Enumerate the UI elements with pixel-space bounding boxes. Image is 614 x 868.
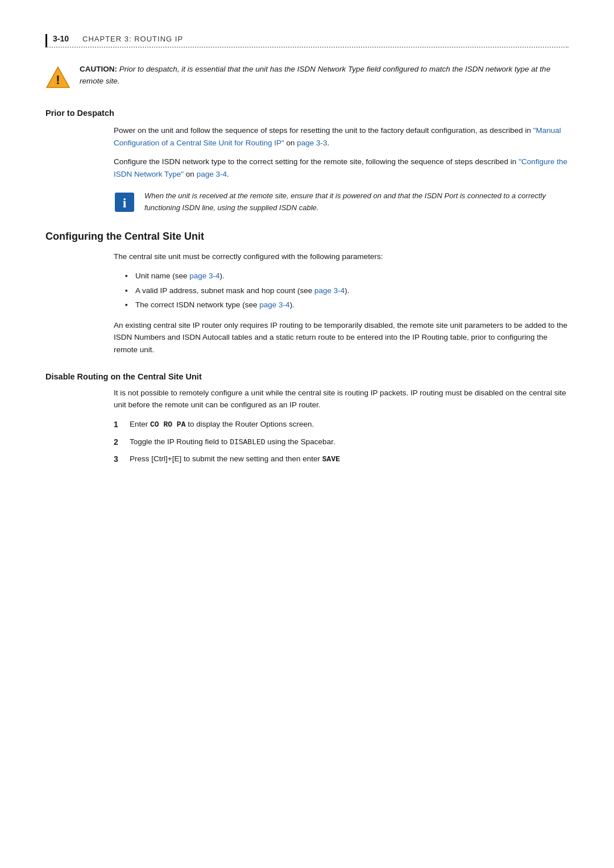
step-3: Press [Ctrl]+[E] to submit the new setti… xyxy=(114,453,569,466)
prior-para-1: Power on the unit and follow the sequenc… xyxy=(114,124,569,149)
svg-text:i: i xyxy=(123,195,127,210)
caution-body: Prior to despatch, it is essential that … xyxy=(80,65,550,85)
note-icon: i xyxy=(114,191,135,215)
caution-label: CAUTION: xyxy=(80,65,117,73)
configuring-bullets: Unit name (see page 3-4). A valid IP add… xyxy=(125,270,569,311)
bullet-2-link[interactable]: page 3-4 xyxy=(314,286,345,295)
disable-routing-steps: Enter CO RO PA to display the Router Opt… xyxy=(114,418,569,466)
caution-box: ! CAUTION: Prior to despatch, it is esse… xyxy=(45,64,569,91)
configuring-para: An existing central site IP router only … xyxy=(114,319,569,356)
step-3-code: SAVE xyxy=(322,455,340,464)
svg-text:!: ! xyxy=(56,73,60,87)
bullet-item-3: The correct ISDN network type (see page … xyxy=(125,299,569,311)
step-2-code: DISABLED xyxy=(230,438,265,446)
chapter-title: Chapter 3: Routing IP xyxy=(82,35,183,43)
page-3-3-link[interactable]: page 3-3 xyxy=(297,139,327,147)
bullet-3-link[interactable]: page 3-4 xyxy=(259,301,289,309)
note-box: i When the unit is received at the remot… xyxy=(114,190,569,215)
bullet-item-2: A valid IP address, subnet mask and hop … xyxy=(125,285,569,297)
bullet-item-1: Unit name (see page 3-4). xyxy=(125,270,569,282)
bullet-1-link[interactable]: page 3-4 xyxy=(189,272,219,280)
caution-icon: ! xyxy=(45,65,70,91)
prior-to-despatch-heading: Prior to Despatch xyxy=(45,108,569,118)
disable-routing-heading: Disable Routing on the Central Site Unit xyxy=(45,372,569,381)
step-1-code: CO RO PA xyxy=(150,420,185,429)
configuring-central-heading: Configuring the Central Site Unit xyxy=(45,231,569,243)
page: 3-10 Chapter 3: Routing IP ! CAUTION: Pr… xyxy=(0,0,614,868)
step-1: Enter CO RO PA to display the Router Opt… xyxy=(114,418,569,431)
configuring-intro: The central site unit must be correctly … xyxy=(114,251,569,263)
disable-routing-intro: It is not possible to remotely configure… xyxy=(114,387,569,411)
page-number: 3-10 xyxy=(53,34,69,43)
caution-text: CAUTION: Prior to despatch, it is essent… xyxy=(80,64,569,87)
note-text: When the unit is received at the remote … xyxy=(144,190,569,213)
step-2: Toggle the IP Routing field to DISABLED … xyxy=(114,436,569,449)
page-header: 3-10 Chapter 3: Routing IP xyxy=(45,34,569,48)
prior-para-2: Configure the ISDN network type to the c… xyxy=(114,156,569,180)
disable-routing-section: Disable Routing on the Central Site Unit… xyxy=(45,372,569,466)
page-3-4-link[interactable]: page 3-4 xyxy=(197,170,227,178)
prior-to-despatch-section: Prior to Despatch Power on the unit and … xyxy=(45,108,569,215)
configuring-central-section: Configuring the Central Site Unit The ce… xyxy=(45,231,569,356)
